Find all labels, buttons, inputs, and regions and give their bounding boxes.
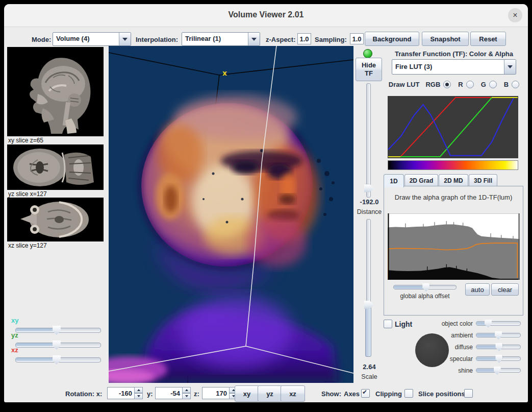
slider-thumb[interactable]: [53, 341, 61, 350]
hide-tf-button[interactable]: Hide TF: [356, 58, 382, 81]
auto-button[interactable]: auto: [465, 283, 490, 296]
object-color-slider[interactable]: [476, 320, 521, 328]
rotation-x-spinner[interactable]: -160: [107, 387, 143, 399]
alpha-tab-panel: Draw the alpha graph of the 1D-TF(lum) g…: [384, 186, 523, 316]
slider-thumb[interactable]: [364, 184, 374, 192]
yz-slice-slider[interactable]: [15, 341, 101, 350]
spin-up-icon[interactable]: [182, 387, 191, 393]
lut-gradient-bar: [388, 160, 518, 170]
slider-thumb[interactable]: [422, 283, 429, 292]
light-sliders: object color ambient diffuse specular sh…: [380, 319, 523, 378]
chevron-down-icon: [248, 33, 260, 45]
slider-thumb[interactable]: [495, 331, 502, 340]
tab-1d[interactable]: 1D: [384, 174, 404, 187]
light-slider-row: ambient: [380, 331, 523, 343]
global-alpha-offset-label: global alpha offset: [384, 293, 466, 300]
slice-positions-checkbox[interactable]: [464, 389, 473, 398]
rotation-z-label: z:: [194, 390, 199, 398]
close-icon: ×: [513, 11, 517, 19]
xz-slice-thumbnail: [7, 198, 104, 241]
rotation-y-spinner[interactable]: -54: [155, 387, 191, 399]
g-radio[interactable]: [489, 81, 497, 88]
xy-slider-label: xy: [11, 317, 18, 324]
alpha-histogram-plot[interactable]: [388, 213, 520, 280]
background-button[interactable]: Background: [365, 32, 419, 46]
draw-lut-row: Draw LUT RGB R G B: [388, 81, 520, 88]
x-axis-label: x: [222, 69, 227, 77]
view-xy-button[interactable]: xy: [235, 385, 259, 402]
chevron-down-icon: [119, 33, 131, 45]
app-window: Volume Viewer 2.01 × Mode: Volume (4) In…: [4, 4, 528, 402]
lut-curves-plot[interactable]: [388, 96, 518, 158]
clipping-label: Clipping: [375, 390, 402, 398]
light-slider-row: specular: [380, 354, 523, 366]
axes-checkbox[interactable]: [361, 389, 370, 398]
z-aspect-field[interactable]: 1.0: [297, 33, 311, 44]
slider-thumb[interactable]: [495, 355, 502, 363]
specular-slider[interactable]: [476, 355, 521, 363]
tab-3d-fill[interactable]: 3D Fill: [469, 174, 497, 186]
g-radio-label: G: [481, 81, 486, 88]
snapshot-button[interactable]: Snapshot: [422, 32, 469, 46]
interpolation-label: Interpolation:: [136, 36, 178, 43]
alpha-instruction: Draw the alpha graph of the 1D-TF(lum): [384, 193, 523, 201]
xz-slider-label: xz: [11, 346, 18, 354]
mode-label: Mode:: [32, 36, 51, 43]
shine-slider[interactable]: [476, 367, 521, 375]
tf-active-led-icon: [363, 49, 372, 58]
diffuse-slider[interactable]: [476, 343, 521, 351]
view-xz-button[interactable]: xz: [281, 385, 305, 402]
scale-slider[interactable]: [361, 219, 375, 357]
volume-3d-view[interactable]: x: [109, 46, 353, 383]
rotation-z-spinner[interactable]: 170: [202, 387, 238, 399]
slider-thumb[interactable]: [485, 320, 492, 328]
xy-slice-slider[interactable]: [15, 326, 101, 335]
b-radio[interactable]: [512, 81, 519, 88]
tab-2d-md[interactable]: 2D MD: [439, 174, 468, 186]
rotation-y-label: y:: [147, 390, 153, 398]
axes-label: Axes: [344, 390, 360, 398]
distance-value: -192.0: [350, 198, 389, 206]
r-radio-label: R: [458, 81, 463, 88]
reset-button[interactable]: Reset: [470, 32, 506, 46]
light-slider-row: object color: [380, 319, 523, 331]
window-title: Volume Viewer 2.01: [4, 10, 528, 19]
slider-thumb[interactable]: [364, 301, 374, 309]
titlebar: Volume Viewer 2.01 ×: [4, 4, 528, 27]
clipping-checkbox[interactable]: [404, 389, 413, 398]
xy-slice-label: xy slice z=65: [8, 137, 43, 144]
show-label: Show:: [321, 390, 341, 398]
lut-select[interactable]: Fire LUT (3): [392, 59, 516, 75]
r-radio[interactable]: [466, 81, 474, 88]
view-yz-button[interactable]: yz: [258, 385, 282, 402]
yz-slice-label: yz slice x=127: [8, 190, 47, 198]
xz-slice-slider[interactable]: [15, 355, 101, 365]
ambient-slider[interactable]: [476, 331, 521, 340]
slider-thumb[interactable]: [53, 326, 61, 335]
close-button[interactable]: ×: [508, 8, 522, 22]
draw-lut-label: Draw LUT: [389, 81, 420, 88]
clear-button[interactable]: clear: [491, 283, 519, 296]
distance-label: Distance: [350, 208, 389, 215]
interpolation-select[interactable]: Trilinear (1): [182, 32, 260, 46]
spin-down-icon[interactable]: [134, 393, 143, 399]
light-slider-row: shine: [380, 366, 523, 378]
mode-select[interactable]: Volume (4): [53, 32, 131, 46]
chevron-down-icon: [504, 60, 516, 74]
spin-up-icon[interactable]: [134, 387, 143, 393]
rgb-radio-label: RGB: [425, 81, 440, 88]
slice-positions-label: Slice positions: [418, 390, 465, 398]
slider-thumb[interactable]: [495, 343, 502, 351]
xy-slice-thumbnail: [7, 47, 104, 136]
spin-down-icon[interactable]: [182, 393, 191, 399]
tab-2d-grad[interactable]: 2D Grad: [404, 174, 438, 186]
global-alpha-offset-slider[interactable]: [393, 283, 457, 292]
rgb-radio[interactable]: [443, 81, 451, 88]
distance-slider[interactable]: [361, 83, 375, 198]
slider-thumb[interactable]: [53, 355, 61, 365]
slider-thumb[interactable]: [494, 367, 501, 375]
sampling-field[interactable]: 1.0: [350, 33, 364, 44]
xz-slice-label: xz slice y=127: [8, 242, 47, 249]
yz-slider-label: yz: [11, 331, 18, 339]
b-radio-label: B: [504, 81, 509, 88]
